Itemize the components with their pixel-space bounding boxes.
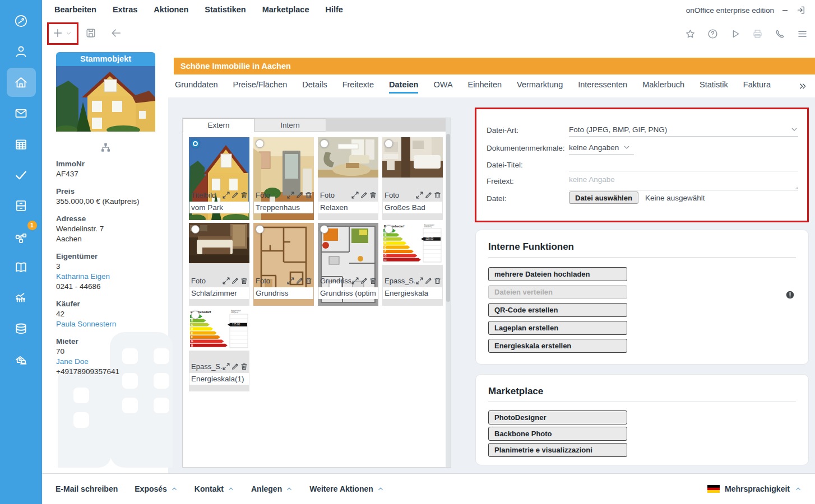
info-icon[interactable] — [785, 290, 795, 300]
title-image-radio[interactable] — [256, 225, 264, 234]
expand-icon[interactable] — [222, 362, 230, 371]
expand-icon[interactable] — [351, 277, 359, 285]
delete-icon[interactable] — [304, 191, 313, 199]
contact-link[interactable]: Paula Sonnestern — [56, 319, 165, 329]
help-button[interactable] — [707, 28, 719, 40]
tab-freitexte[interactable]: Freitexte — [342, 80, 374, 94]
title-image-radio[interactable] — [320, 139, 328, 148]
title-image-radio[interactable] — [191, 311, 200, 319]
sidebar-item-contacts[interactable] — [7, 37, 36, 66]
edit-icon[interactable] — [231, 277, 239, 285]
create-record-button[interactable] — [52, 27, 72, 39]
title-image-radio[interactable] — [191, 139, 200, 148]
file-title-input[interactable] — [189, 202, 249, 213]
delete-icon[interactable] — [240, 362, 248, 371]
delete-icon[interactable] — [240, 191, 248, 199]
button-qr-code-erstellen[interactable]: QR-Code erstellen — [488, 303, 627, 317]
hierarchy-icon[interactable] — [100, 142, 112, 153]
freitext-textarea[interactable]: keine Angabe — [569, 173, 798, 190]
back-button[interactable] — [110, 27, 122, 39]
edit-icon[interactable] — [231, 191, 239, 199]
sidebar-item-calendar[interactable] — [7, 129, 36, 158]
tab-vermarktung[interactable]: Vermarktung — [517, 80, 563, 94]
tabs-overflow-button[interactable] — [798, 82, 807, 91]
file-title-input[interactable] — [318, 287, 378, 299]
title-image-radio[interactable] — [385, 225, 393, 234]
file-title-input[interactable] — [254, 202, 313, 213]
contact-link[interactable]: Katharina Eigen — [56, 272, 165, 282]
tab-maklerbuch[interactable]: Maklerbuch — [642, 80, 684, 94]
sidebar-item-properties[interactable] — [7, 68, 36, 97]
scrollbar-thumb[interactable] — [446, 134, 450, 302]
minimize-button[interactable]: – — [782, 5, 788, 15]
sidebar-item-email[interactable] — [7, 99, 36, 128]
overflow-menu-button[interactable] — [797, 28, 808, 40]
tab-details[interactable]: Details — [302, 80, 327, 94]
sidebar-item-dashboard[interactable] — [7, 6, 36, 35]
edit-icon[interactable] — [295, 191, 304, 199]
button-photodesigner[interactable]: PhotoDesigner — [488, 410, 627, 424]
tab-interessenten[interactable]: Interessenten — [578, 80, 627, 94]
expand-icon[interactable] — [222, 277, 230, 285]
datei-art-select[interactable]: Foto (JPEG, BMP, GIF, PNG) — [569, 123, 798, 137]
sidebar-item-knowledge[interactable] — [7, 253, 36, 282]
scrollbar[interactable] — [446, 118, 451, 467]
delete-icon[interactable] — [433, 277, 442, 285]
contact-link[interactable]: Jane Doe — [56, 357, 165, 367]
sidebar-item-processes[interactable]: 1 — [7, 222, 36, 251]
phone-button[interactable] — [774, 28, 786, 40]
tab-preise-flächen[interactable]: Preise/Flächen — [233, 80, 288, 94]
edit-icon[interactable] — [295, 277, 304, 285]
file-title-input[interactable] — [318, 202, 378, 213]
favorites-button[interactable] — [684, 28, 696, 40]
sidebar-item-tasks[interactable] — [7, 160, 36, 189]
title-image-radio[interactable] — [385, 139, 393, 148]
file-title-input[interactable] — [189, 373, 249, 385]
file-title-input[interactable] — [254, 287, 313, 299]
button-planimetrie-e-visualizzazioni[interactable]: Planimetrie e visualizzazioni — [488, 443, 627, 457]
property-main-photo[interactable] — [56, 66, 155, 132]
footer-action-expos-s[interactable]: Exposés — [135, 484, 178, 493]
title-image-radio[interactable] — [191, 225, 200, 234]
edit-icon[interactable] — [424, 191, 433, 199]
title-image-radio[interactable] — [320, 225, 328, 234]
tab-statistik[interactable]: Statistik — [700, 80, 728, 94]
footer-action-weitere-aktionen[interactable]: Weitere Aktionen — [309, 484, 384, 493]
tab-grunddaten[interactable]: Grunddaten — [175, 80, 218, 94]
tab-faktura[interactable]: Faktura — [743, 80, 771, 94]
sidebar-item-home-office[interactable] — [7, 345, 36, 374]
tab-einheiten[interactable]: Einheiten — [468, 80, 502, 94]
menu-marketplace[interactable]: Marketplace — [262, 5, 309, 14]
logout-icon[interactable] — [796, 5, 806, 15]
edit-icon[interactable] — [231, 362, 239, 371]
delete-icon[interactable] — [433, 191, 442, 199]
datei-titel-input[interactable] — [569, 157, 798, 171]
tutorial-button[interactable] — [729, 28, 741, 40]
button-lageplan-erstellen[interactable]: Lageplan erstellen — [488, 321, 627, 335]
expand-icon[interactable] — [286, 277, 295, 285]
tab-owa[interactable]: OWA — [433, 80, 452, 94]
file-tab-intern[interactable]: Intern — [254, 118, 326, 132]
expand-icon[interactable] — [222, 191, 230, 199]
edit-icon[interactable] — [360, 191, 368, 199]
tab-dateien[interactable]: Dateien — [389, 80, 418, 94]
menu-hilfe[interactable]: Hilfe — [326, 5, 343, 14]
expand-icon[interactable] — [415, 191, 424, 199]
menu-aktionen[interactable]: Aktionen — [154, 5, 188, 14]
menu-statistiken[interactable]: Statistiken — [205, 5, 246, 14]
menu-bearbeiten[interactable]: Bearbeiten — [54, 5, 96, 14]
sidebar-item-data[interactable] — [7, 314, 36, 343]
button-backbone-photo[interactable]: Backbone Photo — [488, 427, 627, 441]
title-image-radio[interactable] — [256, 139, 264, 148]
delete-icon[interactable] — [369, 191, 377, 199]
choose-file-button[interactable]: Datei auswählen — [569, 192, 638, 204]
edit-icon[interactable] — [360, 277, 368, 285]
file-title-input[interactable] — [189, 287, 249, 299]
save-button[interactable] — [85, 27, 97, 39]
footer-action-kontakt[interactable]: Kontakt — [195, 484, 234, 493]
resize-handle-icon[interactable] — [793, 184, 798, 190]
footer-action-e-mail-schreiben[interactable]: E-Mail schreiben — [55, 484, 118, 493]
delete-icon[interactable] — [304, 277, 313, 285]
sidebar-item-files[interactable] — [7, 191, 36, 220]
expand-icon[interactable] — [351, 191, 359, 199]
